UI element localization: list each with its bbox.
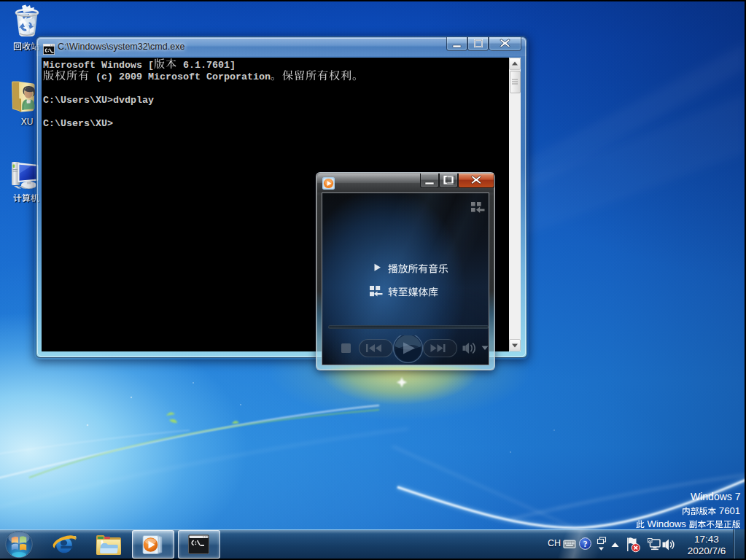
- svg-text:Microsoft Windows [: Microsoft Windows [: [43, 60, 154, 71]
- svg-text:?: ?: [583, 540, 588, 548]
- svg-text:Windows: Windows: [645, 518, 689, 529]
- svg-text:7601: 7601: [716, 505, 740, 516]
- svg-text:6.1.7601]: 6.1.7601]: [177, 60, 236, 71]
- svg-text:(c) 2009 Microsoft Corporation: (c) 2009 Microsoft Corporation: [90, 71, 271, 82]
- svg-text:C:\Users\XU>: C:\Users\XU>: [43, 118, 113, 129]
- svg-text:C:\Users\XU>dvdplay: C:\Users\XU>dvdplay: [43, 95, 154, 106]
